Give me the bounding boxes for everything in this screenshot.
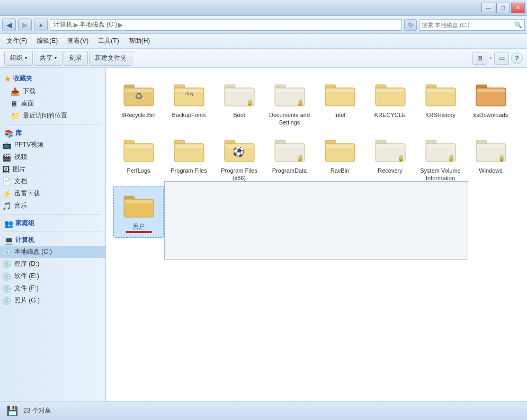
sidebar: ★ 收藏夹 📥 下载 🖥 桌面 📁 最近访问的位置 📚 库 bbox=[0, 68, 106, 401]
folder-icon: 🔒 🔒 bbox=[474, 135, 508, 165]
file-label: BackupFonts bbox=[172, 111, 206, 119]
title-bar: — □ ✕ bbox=[0, 0, 527, 16]
sidebar-item-f-drive[interactable]: 💿 文件 (F:) bbox=[0, 282, 105, 294]
minimize-button[interactable]: — bbox=[481, 3, 495, 13]
menu-help[interactable]: 帮助(H) bbox=[124, 35, 155, 47]
menu-tools[interactable]: 工具(T) bbox=[94, 35, 123, 47]
file-item[interactable]: Intel bbox=[315, 75, 365, 131]
sidebar-item-pptv[interactable]: 📺 PPTV视频 bbox=[0, 139, 105, 151]
svg-rect-47 bbox=[326, 145, 354, 148]
svg-rect-26 bbox=[427, 89, 454, 92]
forward-button[interactable]: ▶ bbox=[18, 19, 32, 31]
file-item[interactable]: RavBin bbox=[315, 131, 365, 186]
file-label: PerfLogs bbox=[127, 167, 150, 174]
help-button[interactable]: ? bbox=[511, 52, 523, 64]
close-button[interactable]: ✕ bbox=[511, 3, 525, 13]
view-arrow[interactable]: ▾ bbox=[489, 55, 492, 61]
sidebar-item-thunder[interactable]: ⚡ 迅雷下载 bbox=[0, 187, 105, 200]
library-icon: 📚 bbox=[4, 129, 13, 138]
title-bar-buttons: — □ ✕ bbox=[481, 3, 525, 13]
organize-button[interactable]: 组织▾ bbox=[4, 51, 33, 66]
svg-rect-60 bbox=[477, 145, 505, 148]
details-pane-button[interactable]: ▭ bbox=[494, 52, 509, 65]
thunder-icon: ⚡ bbox=[2, 190, 11, 198]
menu-edit[interactable]: 编辑(E) bbox=[32, 35, 62, 47]
back-button[interactable]: ◀ bbox=[2, 19, 16, 31]
folder-icon bbox=[323, 135, 357, 165]
svg-rect-10 bbox=[226, 89, 253, 92]
address-bar: ◀ ▶ ▲ 计算机 ▶ 本地磁盘 (C:) ▶ ↻ 🔍 bbox=[0, 16, 527, 34]
sidebar-item-d-drive[interactable]: 💿 程序 (D:) bbox=[0, 258, 105, 270]
file-grid: ♻ $Recycle.Bin Abg BackupFonts 🔒 🔒 Boot … bbox=[111, 73, 522, 240]
file-item[interactable]: 🔒 🔒 ProgramData bbox=[264, 131, 315, 186]
search-input[interactable] bbox=[422, 22, 514, 28]
file-item[interactable]: 🔒 🔒 Documents and Settings bbox=[264, 75, 315, 131]
file-item[interactable]: 🔒 🔒 System Volume Information bbox=[415, 131, 466, 186]
sidebar-item-c-drive[interactable]: 💿 本地磁盘 (C:) bbox=[0, 246, 105, 258]
svg-rect-42 bbox=[276, 145, 303, 148]
burn-button[interactable]: 刻录 bbox=[64, 51, 88, 66]
file-label: Recovery bbox=[378, 167, 402, 174]
d-drive-icon: 💿 bbox=[2, 260, 11, 269]
view-toggle-button[interactable]: ⊞ bbox=[472, 52, 487, 65]
file-label: $Recycle.Bin bbox=[121, 111, 155, 119]
library-section: 📚 库 📺 PPTV视频 🎬 视频 🖼 图片 📄 文档 ⚡ 迅雷下载 bbox=[0, 127, 105, 212]
sidebar-item-desktop[interactable]: 🖥 桌面 bbox=[0, 97, 105, 110]
sidebar-item-pictures[interactable]: 🖼 图片 bbox=[0, 163, 105, 175]
sidebar-item-recent[interactable]: 📁 最近访问的位置 bbox=[0, 110, 105, 122]
content-area: ♻ $Recycle.Bin Abg BackupFonts 🔒 🔒 Boot … bbox=[106, 68, 527, 401]
sidebar-item-g-drive[interactable]: 💿 照片 (G:) bbox=[0, 294, 105, 307]
file-label: Program Files (x86) bbox=[216, 167, 262, 182]
toolbar: 组织▾ 共享▾ 刻录 新建文件夹 ⊞ ▾ ▭ ? bbox=[0, 49, 527, 68]
file-item[interactable]: Abg BackupFonts bbox=[164, 75, 214, 131]
breadcrumb-drive[interactable]: 本地磁盘 (C:) bbox=[79, 20, 117, 29]
svg-text:🔒: 🔒 bbox=[498, 156, 505, 162]
menu-bar: 文件(F) 编辑(E) 查看(V) 工具(T) 帮助(H) bbox=[0, 34, 527, 49]
file-label: Program Files bbox=[171, 167, 207, 174]
file-item[interactable]: 🔒 🔒 Windows bbox=[466, 131, 516, 186]
file-item[interactable]: Program Files bbox=[164, 131, 214, 186]
breadcrumb-computer[interactable]: 计算机 bbox=[53, 20, 73, 29]
up-button[interactable]: ▲ bbox=[34, 19, 48, 31]
svg-rect-29 bbox=[477, 89, 505, 92]
maximize-button[interactable]: □ bbox=[496, 3, 510, 13]
homegroup-header[interactable]: 👥 家庭组 bbox=[0, 217, 105, 229]
file-item[interactable]: ksDownloads bbox=[466, 75, 516, 131]
file-item[interactable]: 用户 bbox=[113, 186, 164, 238]
sidebar-item-e-drive[interactable]: 💿 软件 (E:) bbox=[0, 270, 105, 282]
file-label: Boot bbox=[233, 111, 245, 119]
file-label: Windows bbox=[479, 167, 503, 174]
file-item[interactable]: KRSHistory bbox=[415, 75, 466, 131]
svg-rect-35 bbox=[175, 145, 203, 148]
folder-icon: ♻ bbox=[122, 79, 156, 109]
favorites-star-icon: ★ bbox=[4, 75, 11, 83]
sidebar-item-docs[interactable]: 📄 文档 bbox=[0, 175, 105, 187]
refresh-button[interactable]: ↻ bbox=[404, 19, 417, 31]
menu-view[interactable]: 查看(V) bbox=[63, 35, 93, 47]
favorites-header[interactable]: ★ 收藏夹 bbox=[0, 72, 105, 85]
file-item[interactable]: ⚽ Program Files (x86) bbox=[214, 131, 264, 186]
file-item[interactable]: 🔒 🔒 Recovery bbox=[365, 131, 415, 186]
svg-text:⚽: ⚽ bbox=[233, 146, 245, 158]
computer-header[interactable]: 💻 计算机 bbox=[0, 234, 105, 246]
svg-rect-55 bbox=[427, 145, 454, 148]
folder-icon: Abg bbox=[172, 79, 206, 109]
menu-file[interactable]: 文件(F) bbox=[2, 35, 31, 47]
share-button[interactable]: 共享▾ bbox=[34, 51, 62, 66]
file-item[interactable]: KRECYCLE bbox=[365, 75, 415, 131]
recent-icon: 📁 bbox=[11, 112, 20, 120]
file-item[interactable]: ♻ $Recycle.Bin bbox=[113, 75, 164, 131]
file-item[interactable]: PerfLogs bbox=[113, 131, 164, 186]
sidebar-item-music[interactable]: 🎵 音乐 bbox=[0, 200, 105, 212]
g-drive-icon: 💿 bbox=[2, 297, 11, 305]
library-header[interactable]: 📚 库 bbox=[0, 127, 105, 139]
video-icon: 🎬 bbox=[2, 153, 11, 162]
new-folder-button[interactable]: 新建文件夹 bbox=[89, 51, 132, 66]
sidebar-item-download[interactable]: 📥 下载 bbox=[0, 85, 105, 97]
file-label: 用户 bbox=[133, 222, 145, 230]
drive-icon: 💾 bbox=[6, 405, 18, 417]
rename-bar bbox=[126, 231, 152, 233]
sidebar-item-video[interactable]: 🎬 视频 bbox=[0, 151, 105, 163]
svg-text:🔒: 🔒 bbox=[247, 100, 253, 106]
file-item[interactable]: 🔒 🔒 Boot bbox=[214, 75, 264, 131]
